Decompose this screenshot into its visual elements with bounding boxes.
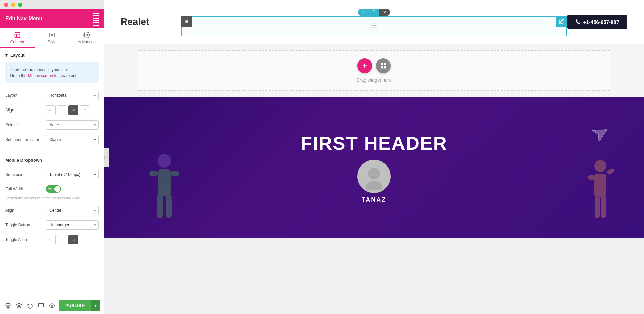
toggle-button-select-wrapper[interactable]: Hamburger xyxy=(46,220,99,230)
menu-grid-icon[interactable] xyxy=(93,12,99,26)
publish-group: PUBLISH ▾ xyxy=(59,300,100,311)
breakpoint-label: Breakpoint xyxy=(5,172,46,177)
toggle-align-right-btn[interactable]: ⇥ xyxy=(68,235,78,244)
minimize-button[interactable] xyxy=(11,3,15,7)
titlebar xyxy=(0,0,104,9)
mobile-dropdown-label: Mobile Dropdown xyxy=(5,158,42,163)
left-panel: Edit Nav Menu Content Style Advanced xyxy=(0,0,104,314)
panel-body: ▾ Layout There are no menus in your site… xyxy=(0,48,104,314)
toggle-align-row: Toggle Align ⇤ ↔ ⇥ xyxy=(0,232,104,247)
history-icon-btn[interactable] xyxy=(26,300,34,311)
svg-rect-27 xyxy=(171,171,179,176)
drop-add-button[interactable]: + xyxy=(357,58,372,73)
align2-select[interactable]: Center xyxy=(46,206,99,215)
nav-move-btn[interactable]: ⠿ xyxy=(369,9,379,16)
align-control: ⇤ ↔ ⇥ ↕ xyxy=(46,105,99,115)
publish-button[interactable]: PUBLISH xyxy=(59,300,91,311)
toggle-button-select[interactable]: Hamburger xyxy=(46,220,99,230)
decor-paper-plane-icon xyxy=(590,121,614,147)
align-label: Align xyxy=(5,108,46,113)
layers-icon-btn[interactable] xyxy=(15,300,23,311)
panel-collapse-btn[interactable]: ‹ xyxy=(104,148,109,167)
collapse-icon: ‹ xyxy=(104,154,105,160)
decor-figure-left xyxy=(144,151,184,238)
toggle-button-label: Toggle Button xyxy=(5,223,46,227)
purple-hero-section: FIRST HEADER TANAZ xyxy=(104,97,644,238)
align-left-btn[interactable]: ⇤ xyxy=(46,105,56,115)
tab-content-label: Content xyxy=(10,40,24,44)
svg-rect-19 xyxy=(187,22,188,23)
svg-point-24 xyxy=(158,154,171,168)
svg-rect-35 xyxy=(606,168,615,175)
tab-advanced[interactable]: Advanced xyxy=(69,28,104,48)
full-width-row: Full Width YES xyxy=(0,182,104,196)
layout-row: Layout Horizontal xyxy=(0,88,104,103)
nav-widget-inner xyxy=(181,16,567,36)
info-line1: There are no menus in your site. xyxy=(10,67,68,72)
nav-widget-edit-btn[interactable] xyxy=(556,16,567,27)
svg-point-4 xyxy=(86,34,88,36)
avatar-name: TANAZ xyxy=(362,196,387,204)
nav-add-btn[interactable]: + xyxy=(358,9,369,16)
decor-figure-right xyxy=(584,158,617,238)
avatar xyxy=(357,160,391,193)
align-right-btn[interactable]: ⇥ xyxy=(68,105,78,115)
tab-style[interactable]: Style xyxy=(35,28,69,48)
submenu-indicator-control: Classic xyxy=(46,135,99,144)
toggle-align-left-btn[interactable]: ⇤ xyxy=(46,235,56,244)
phone-button[interactable]: +1-456-657-887 xyxy=(567,15,627,29)
full-width-toggle[interactable]: YES xyxy=(46,185,61,193)
drop-widget-button[interactable] xyxy=(376,58,391,73)
pointer-select-wrapper[interactable]: None xyxy=(46,120,99,130)
svg-rect-36 xyxy=(595,196,600,218)
toggle-align-center-btn[interactable]: ↔ xyxy=(57,235,67,244)
breakpoint-select[interactable]: Tablet (< 1025px) xyxy=(46,170,99,179)
svg-rect-34 xyxy=(588,175,595,180)
svg-rect-26 xyxy=(149,171,158,176)
preview-icon-btn[interactable] xyxy=(48,300,56,311)
nav-close-btn[interactable]: ✕ xyxy=(379,9,390,16)
align-row: Align ⇤ ↔ ⇥ ↕ xyxy=(0,103,104,118)
svg-rect-18 xyxy=(186,22,187,23)
close-button[interactable] xyxy=(4,3,8,7)
responsive-icon-btn[interactable] xyxy=(37,300,45,311)
bottom-toolbar: PUBLISH ▾ xyxy=(0,297,104,314)
layout-select[interactable]: Horizontal xyxy=(46,91,99,100)
svg-rect-37 xyxy=(601,196,606,218)
breakpoint-select-wrapper[interactable]: Tablet (< 1025px) xyxy=(46,170,99,179)
svg-point-30 xyxy=(368,168,380,179)
menus-screen-link[interactable]: Menus screen xyxy=(28,73,53,78)
panel-title: Edit Nav Menu xyxy=(5,16,42,22)
svg-rect-25 xyxy=(158,169,171,196)
submenu-indicator-label: Submenu Indicator xyxy=(5,137,46,142)
layout-select-wrapper[interactable]: Horizontal xyxy=(46,91,99,100)
publish-arrow-button[interactable]: ▾ xyxy=(91,300,100,311)
maximize-button[interactable] xyxy=(18,3,22,7)
align2-label: Align xyxy=(5,208,46,213)
full-width-toggle-wrapper: YES xyxy=(46,185,99,193)
phone-number: +1-456-657-887 xyxy=(583,19,619,25)
pointer-select[interactable]: None xyxy=(46,120,99,130)
svg-rect-11 xyxy=(185,20,185,20)
align-justify-btn[interactable]: ↕ xyxy=(80,105,90,115)
nav-widget-move-icon[interactable] xyxy=(181,16,192,27)
tab-content[interactable]: Content xyxy=(0,28,35,48)
svg-rect-14 xyxy=(185,21,185,22)
align-center-btn[interactable]: ↔ xyxy=(57,105,67,115)
hero-heading: FIRST HEADER xyxy=(301,132,447,154)
toggle-yes-label: YES xyxy=(48,187,55,191)
nav-widget-container: + ⠿ ✕ xyxy=(181,16,567,40)
pointer-row: Pointer None xyxy=(0,118,104,132)
svg-rect-17 xyxy=(185,22,185,23)
align2-select-wrapper[interactable]: Center xyxy=(46,206,99,215)
layout-section-header[interactable]: ▾ Layout xyxy=(0,48,104,62)
svg-rect-13 xyxy=(187,20,188,20)
submenu-indicator-select-wrapper[interactable]: Classic xyxy=(46,135,99,144)
svg-point-10 xyxy=(51,305,53,306)
full-width-hint: Stretch the dropdown of the menu to full… xyxy=(0,196,104,203)
panel-tabs: Content Style Advanced xyxy=(0,28,104,48)
main-canvas: Realet + ⠿ ✕ xyxy=(104,0,644,314)
drop-zone: + Drag widget here xyxy=(138,50,610,91)
submenu-indicator-select[interactable]: Classic xyxy=(46,135,99,144)
settings-icon-btn[interactable] xyxy=(4,300,12,311)
